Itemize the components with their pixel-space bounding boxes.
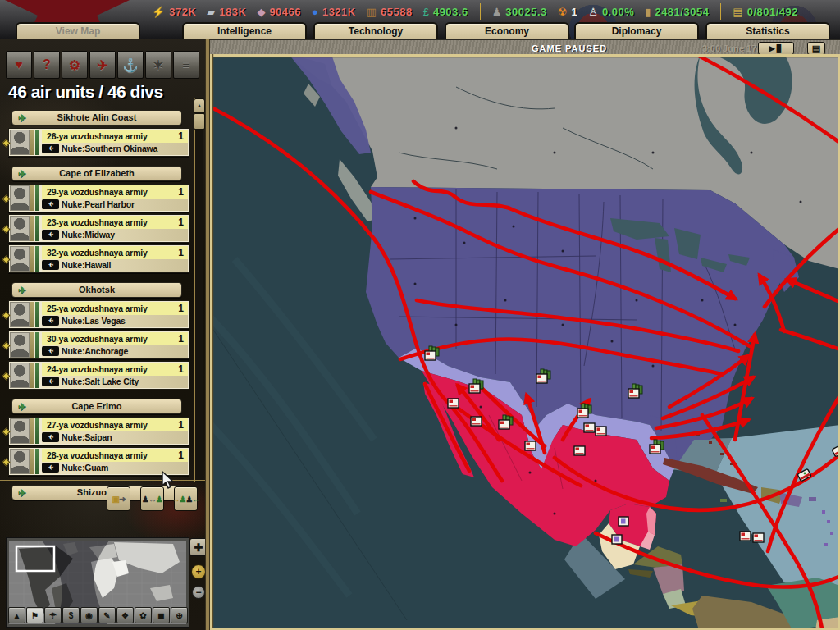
strength-bar bbox=[30, 363, 34, 388]
resource-transports: ▮2481/3054 bbox=[645, 6, 709, 18]
air-unit-card[interactable]: 27-ya vozdushnaya armiy1✈Nuke:Saipan bbox=[8, 417, 189, 445]
region-name: Sikhote Alin Coast bbox=[57, 112, 137, 122]
resource-value: 1321K bbox=[322, 6, 356, 18]
region-header[interactable]: ✈Sikhote Alin Coast bbox=[11, 110, 182, 126]
division-count: 1 bbox=[178, 186, 184, 198]
scroll-handle[interactable] bbox=[194, 113, 205, 130]
tab-diplomacy[interactable]: Diplomacy bbox=[574, 22, 699, 39]
air-unit-card[interactable]: 25-ya vozdushnaya armiy1✈Nuke:Las Vegas bbox=[8, 300, 189, 329]
airforce-icon: ✈ bbox=[97, 57, 107, 73]
left-sidebar: ♥?⚙✈⚓✶≡ 46 air units / 46 divs ✈Sikhote … bbox=[0, 39, 210, 630]
air-unit-card[interactable]: 24-ya vozdushnaya armiy1✈Nuke:Salt Lake … bbox=[8, 361, 189, 390]
region-header[interactable]: ✈Cape of Elizabeth bbox=[11, 166, 182, 181]
zoom-out-button[interactable]: − bbox=[192, 586, 205, 599]
dissent-icon: ♙ bbox=[588, 7, 598, 17]
air-region-icon: ✈ bbox=[18, 112, 26, 126]
top-resource-bar: ⚡372K▰183K◆90466●1321K▥65588£4903.6♟3002… bbox=[0, 0, 840, 39]
tab-intelligence[interactable]: Intelligence bbox=[182, 22, 307, 39]
unit-name: 27-ya vozdushnaya armiy bbox=[47, 420, 148, 430]
supply-mapmode-icon: ✎ bbox=[103, 611, 110, 620]
mapmode-supply-button[interactable]: ✎ bbox=[98, 607, 116, 623]
mapmode-economic-button[interactable]: $ bbox=[62, 607, 80, 623]
split-units-button[interactable]: →♟♟← bbox=[174, 486, 198, 511]
main-map[interactable] bbox=[210, 54, 840, 630]
infrastructure-mapmode-icon: ◼ bbox=[158, 611, 164, 620]
game-paused-label: GAME PAUSED bbox=[532, 43, 607, 53]
organisation-bar bbox=[35, 363, 39, 388]
air-region-icon: ✈ bbox=[18, 167, 26, 181]
scroll-up-arrow[interactable]: ▲ bbox=[194, 98, 205, 113]
resource-nukes: ☢1 bbox=[558, 6, 578, 18]
mapmode-diplomatic-button[interactable]: ⊕ bbox=[171, 607, 188, 623]
selection-diamond bbox=[2, 428, 11, 436]
game-screen: { "topbar": { "resources": [ {"icon":"en… bbox=[0, 0, 840, 630]
unit-mission: Nuke:Southern Okinawa bbox=[62, 144, 158, 153]
overview-button[interactable]: ♥ bbox=[6, 51, 32, 79]
commander-portrait bbox=[10, 332, 30, 358]
commander-portrait bbox=[10, 449, 30, 474]
mouse-cursor bbox=[161, 471, 175, 494]
bomber-icon: ✈ bbox=[42, 260, 59, 270]
resource-rare-materials: ◆90466 bbox=[257, 6, 301, 18]
money-icon: £ bbox=[423, 7, 429, 17]
air-region-icon: ✈ bbox=[18, 400, 26, 414]
mapmode-resources-button[interactable]: ◉ bbox=[80, 607, 98, 623]
play-pause-button[interactable]: ▶▐▌ bbox=[758, 42, 794, 55]
army-button[interactable]: ⚙ bbox=[62, 51, 88, 79]
division-count: 1 bbox=[178, 363, 184, 375]
mapmode-terrain-button[interactable]: ▲ bbox=[8, 607, 25, 623]
partisan-mapmode-icon: ✿ bbox=[139, 611, 146, 620]
resource-value: 183K bbox=[219, 6, 246, 18]
zoom-in-button[interactable]: + bbox=[191, 564, 206, 579]
supplies-icon: ▥ bbox=[367, 7, 377, 17]
air-unit-card[interactable]: 23-ya vozdushnaya armiy1✈Nuke:Midway bbox=[8, 214, 189, 243]
resource-supplies: ▥65588 bbox=[367, 6, 413, 18]
air-unit-card[interactable]: 32-ya vozdushnaya armiy1✈Nuke:Hawaii bbox=[8, 244, 189, 273]
unit-info: 26-ya vozdushnaya armiy1✈Nuke:Southern O… bbox=[42, 130, 188, 155]
tab-technology[interactable]: Technology bbox=[313, 22, 438, 39]
organisation-bar bbox=[35, 185, 39, 211]
unit-list-scrollbar[interactable]: ▲ bbox=[194, 98, 203, 482]
units-list-button[interactable]: ≡ bbox=[173, 51, 199, 79]
commander-portrait bbox=[10, 363, 30, 388]
strength-bar bbox=[30, 216, 34, 241]
bomber-icon: ✈ bbox=[42, 377, 59, 386]
mapmode-partisan-button[interactable]: ✿ bbox=[135, 607, 152, 623]
unit-mission: Nuke:Hawaii bbox=[62, 260, 111, 270]
air-unit-card[interactable]: 29-ya vozdushnaya armiy1✈Nuke:Pearl Harb… bbox=[8, 184, 189, 212]
bomber-icon: ✈ bbox=[42, 199, 59, 209]
intelligence-button[interactable]: ? bbox=[34, 51, 60, 79]
region-header[interactable]: ✈Okhotsk bbox=[11, 282, 182, 298]
tab-economy[interactable]: Economy bbox=[445, 22, 569, 39]
resource-separator bbox=[720, 3, 721, 20]
ledger-button[interactable]: ▤ bbox=[807, 42, 825, 55]
resource-oil: ●1321K bbox=[312, 6, 356, 18]
mapmode-political-button[interactable]: ⚑ bbox=[26, 607, 43, 623]
navy-button[interactable]: ⚓ bbox=[117, 51, 144, 79]
organisation-bar bbox=[35, 332, 39, 358]
organisation-bar bbox=[35, 302, 39, 327]
airforce-button[interactable]: ✈ bbox=[89, 51, 116, 79]
tactical-button[interactable]: ✶ bbox=[145, 51, 171, 79]
mapmode-weather-button[interactable]: ☂ bbox=[44, 607, 62, 623]
commander-portrait bbox=[10, 302, 30, 327]
move-units-button[interactable]: ▣➜ bbox=[107, 486, 130, 511]
unit-name: 25-ya vozdushnaya armiy bbox=[47, 304, 148, 313]
unit-mission: Nuke:Las Vegas bbox=[62, 316, 126, 326]
commander-portrait bbox=[10, 418, 30, 444]
air-unit-card[interactable]: 30-ya vozdushnaya armiy1✈Nuke:Anchorage bbox=[8, 331, 189, 359]
resource-value: 0/801/492 bbox=[747, 6, 798, 18]
bomber-icon: ✈ bbox=[42, 230, 59, 240]
unit-name: 30-ya vozdushnaya armiy bbox=[47, 334, 148, 344]
air-unit-card[interactable]: 26-ya vozdushnaya armiy1✈Nuke:Southern O… bbox=[8, 128, 189, 157]
region-name: Cape Erimo bbox=[71, 401, 121, 411]
selection-diamond bbox=[2, 226, 11, 234]
air-units-header: 46 air units / 46 divs bbox=[8, 82, 205, 102]
region-header[interactable]: ✈Cape Erimo bbox=[11, 399, 182, 414]
tab-statistics[interactable]: Statistics bbox=[705, 22, 830, 39]
navy-icon: ⚓ bbox=[122, 57, 139, 73]
mapmode-revolt-button[interactable]: ❖ bbox=[116, 607, 134, 623]
mapmode-infrastructure-button[interactable]: ◼ bbox=[153, 607, 170, 623]
intelligence-icon: ? bbox=[43, 57, 51, 72]
organisation-bar bbox=[35, 449, 39, 474]
